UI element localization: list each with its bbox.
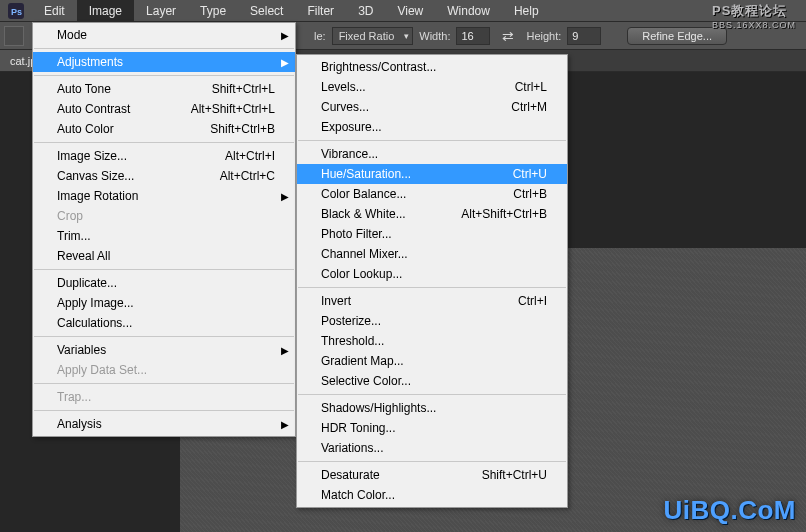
swap-dimensions-icon[interactable]: ⇄ [496, 28, 520, 44]
marquee-tool-icon[interactable] [4, 26, 24, 46]
image-menu-item-label: Canvas Size... [57, 169, 134, 183]
image-menu-item-analysis[interactable]: Analysis▶ [33, 414, 295, 434]
adjust-menu-item-invert[interactable]: InvertCtrl+I [297, 291, 567, 311]
image-menu-item-canvas-size[interactable]: Canvas Size...Alt+Ctrl+C [33, 166, 295, 186]
image-menu-item-adjustments[interactable]: Adjustments▶ [33, 52, 295, 72]
adjust-menu-item-shortcut: Ctrl+B [513, 187, 547, 201]
image-menu-item-label: Image Rotation [57, 189, 138, 203]
image-menu-separator [34, 142, 294, 143]
image-menu-item-label: Reveal All [57, 249, 110, 263]
adjust-menu-item-shortcut: Ctrl+M [511, 100, 547, 114]
adjust-menu-item-color-balance[interactable]: Color Balance...Ctrl+B [297, 184, 567, 204]
watermark-top-line2: BBS.16XX8.COM [712, 20, 796, 30]
adjust-menu-separator [298, 461, 566, 462]
adjust-menu-item-curves[interactable]: Curves...Ctrl+M [297, 97, 567, 117]
watermark-bottom: UiBQ.CoM [663, 495, 796, 526]
image-menu-item-shortcut: Alt+Shift+Ctrl+L [191, 102, 275, 116]
adjustments-submenu: Brightness/Contrast...Levels...Ctrl+LCur… [296, 54, 568, 508]
watermark-top: PS教程论坛 BBS.16XX8.COM [712, 2, 796, 30]
menu-window[interactable]: Window [435, 0, 502, 21]
chevron-right-icon: ▶ [281, 30, 289, 41]
menu-type[interactable]: Type [188, 0, 238, 21]
image-menu-item-auto-contrast[interactable]: Auto ContrastAlt+Shift+Ctrl+L [33, 99, 295, 119]
image-menu-item-reveal-all[interactable]: Reveal All [33, 246, 295, 266]
menu-edit[interactable]: Edit [32, 0, 77, 21]
menu-filter[interactable]: Filter [295, 0, 346, 21]
adjust-menu-item-black-white[interactable]: Black & White...Alt+Shift+Ctrl+B [297, 204, 567, 224]
adjust-menu-item-variations[interactable]: Variations... [297, 438, 567, 458]
adjust-menu-item-shadows-highlights[interactable]: Shadows/Highlights... [297, 398, 567, 418]
adjust-menu-separator [298, 394, 566, 395]
menu-view[interactable]: View [385, 0, 435, 21]
adjust-menu-item-label: Curves... [321, 100, 369, 114]
adjust-menu-item-label: Brightness/Contrast... [321, 60, 436, 74]
adjust-menu-item-gradient-map[interactable]: Gradient Map... [297, 351, 567, 371]
image-menu-item-label: Auto Tone [57, 82, 111, 96]
image-menu-item-apply-image[interactable]: Apply Image... [33, 293, 295, 313]
adjust-menu-item-selective-color[interactable]: Selective Color... [297, 371, 567, 391]
image-menu-item-label: Calculations... [57, 316, 132, 330]
adjust-menu-item-shortcut: Shift+Ctrl+U [482, 468, 547, 482]
adjust-menu-item-label: Color Lookup... [321, 267, 402, 281]
adjust-menu-item-label: Variations... [321, 441, 383, 455]
chevron-right-icon: ▶ [281, 191, 289, 202]
image-menu-item-label: Mode [57, 28, 87, 42]
chevron-right-icon: ▶ [281, 57, 289, 68]
image-menu-item-trim[interactable]: Trim... [33, 226, 295, 246]
image-dropdown-menu: Mode▶Adjustments▶Auto ToneShift+Ctrl+LAu… [32, 22, 296, 437]
menu-image[interactable]: Image [77, 0, 134, 21]
adjust-menu-item-label: Desaturate [321, 468, 380, 482]
image-menu-item-label: Adjustments [57, 55, 123, 69]
adjust-menu-item-posterize[interactable]: Posterize... [297, 311, 567, 331]
image-menu-item-label: Auto Color [57, 122, 114, 136]
image-menu-item-image-size[interactable]: Image Size...Alt+Ctrl+I [33, 146, 295, 166]
adjust-menu-item-label: Posterize... [321, 314, 381, 328]
watermark-top-line1: PS教程论坛 [712, 3, 787, 18]
image-menu-item-calculations[interactable]: Calculations... [33, 313, 295, 333]
image-menu-item-duplicate[interactable]: Duplicate... [33, 273, 295, 293]
width-input[interactable] [456, 27, 490, 45]
adjust-menu-item-shortcut: Ctrl+I [518, 294, 547, 308]
adjust-menu-item-vibrance[interactable]: Vibrance... [297, 144, 567, 164]
adjust-menu-item-hue-saturation[interactable]: Hue/Saturation...Ctrl+U [297, 164, 567, 184]
adjust-menu-item-label: Channel Mixer... [321, 247, 408, 261]
image-menu-item-label: Image Size... [57, 149, 127, 163]
adjust-menu-item-label: Black & White... [321, 207, 406, 221]
image-menu-separator [34, 48, 294, 49]
adjust-menu-item-desaturate[interactable]: DesaturateShift+Ctrl+U [297, 465, 567, 485]
ps-logo-icon: Ps [8, 3, 24, 19]
adjust-menu-item-label: Gradient Map... [321, 354, 404, 368]
menu-select[interactable]: Select [238, 0, 295, 21]
svg-text:Ps: Ps [11, 7, 22, 17]
image-menu-item-variables[interactable]: Variables▶ [33, 340, 295, 360]
adjust-menu-item-match-color[interactable]: Match Color... [297, 485, 567, 505]
height-input[interactable] [567, 27, 601, 45]
adjust-menu-item-channel-mixer[interactable]: Channel Mixer... [297, 244, 567, 264]
menu-3d[interactable]: 3D [346, 0, 385, 21]
menu-help[interactable]: Help [502, 0, 551, 21]
image-menu-separator [34, 75, 294, 76]
chevron-right-icon: ▶ [281, 345, 289, 356]
chevron-updown-icon: ▾ [404, 31, 409, 41]
adjust-menu-item-exposure[interactable]: Exposure... [297, 117, 567, 137]
adjust-menu-item-threshold[interactable]: Threshold... [297, 331, 567, 351]
image-menu-separator [34, 410, 294, 411]
image-menu-item-shortcut: Shift+Ctrl+B [210, 122, 275, 136]
adjust-menu-item-label: Threshold... [321, 334, 384, 348]
adjust-menu-item-label: Exposure... [321, 120, 382, 134]
adjust-menu-item-brightness-contrast[interactable]: Brightness/Contrast... [297, 57, 567, 77]
image-menu-item-auto-color[interactable]: Auto ColorShift+Ctrl+B [33, 119, 295, 139]
style-select[interactable]: Fixed Ratio ▾ [332, 27, 414, 45]
adjust-menu-item-shortcut: Ctrl+L [515, 80, 547, 94]
adjust-menu-item-color-lookup[interactable]: Color Lookup... [297, 264, 567, 284]
image-menu-item-auto-tone[interactable]: Auto ToneShift+Ctrl+L [33, 79, 295, 99]
adjust-menu-item-hdr-toning[interactable]: HDR Toning... [297, 418, 567, 438]
adjust-menu-item-photo-filter[interactable]: Photo Filter... [297, 224, 567, 244]
image-menu-item-label: Auto Contrast [57, 102, 130, 116]
adjust-menu-item-levels[interactable]: Levels...Ctrl+L [297, 77, 567, 97]
image-menu-item-label: Variables [57, 343, 106, 357]
image-menu-item-image-rotation[interactable]: Image Rotation▶ [33, 186, 295, 206]
adjust-menu-item-label: Invert [321, 294, 351, 308]
image-menu-item-mode[interactable]: Mode▶ [33, 25, 295, 45]
menu-layer[interactable]: Layer [134, 0, 188, 21]
